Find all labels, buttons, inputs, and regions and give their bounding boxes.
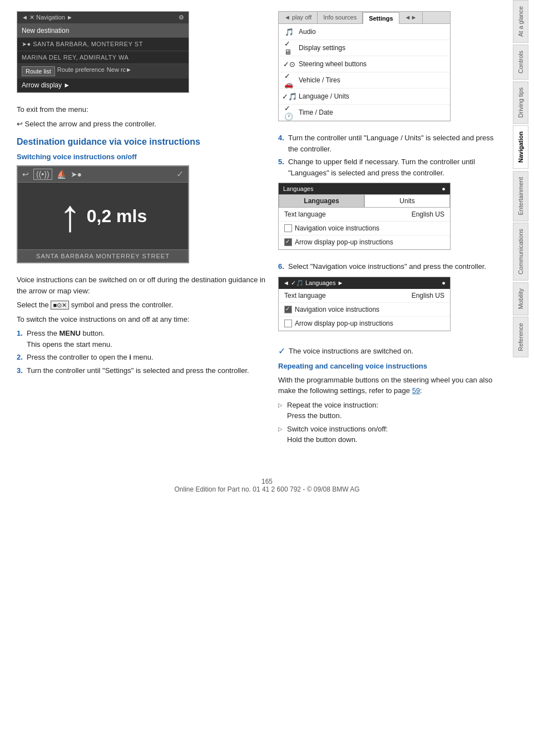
lang2-text-language-row[interactable]: Text language English US: [279, 289, 450, 303]
languages-screen-2: ◄ ✓🎵 Languages ► ● Text language English…: [278, 277, 451, 331]
lang2-header: ◄ ✓🎵 Languages ► ●: [279, 277, 450, 289]
voice-desc1: Voice instructions can be switched on or…: [17, 274, 267, 296]
languages-screen-1-container: Languages ● Languages Units Text languag…: [278, 183, 451, 257]
lang2-header-text: ◄ ✓🎵 Languages ►: [283, 279, 343, 287]
sidebar-tab-entertainment[interactable]: Entertainment: [513, 171, 528, 221]
lang1-nav-voice-checkbox: [284, 224, 292, 232]
page-number: 165: [261, 478, 273, 485]
section2-heading: Repeating and canceling voice instructio…: [278, 362, 495, 370]
sidebar-tab-at-a-glance[interactable]: At a glance: [513, 0, 528, 43]
direction-arrow: ↑: [59, 194, 81, 238]
lang2-arrow-display-row[interactable]: Arrow display pop-up instructions: [279, 317, 450, 331]
nav-screen: ◄ ✕ Navigation ► ⚙ New destination ➤● SA…: [17, 11, 189, 93]
settings-screen-container: ◄ play off Info sources Settings ◄► 🎵 Au…: [278, 11, 451, 128]
settings-vehicle[interactable]: ✓🚗 Vehicle / Tires: [279, 72, 450, 89]
left-column: ◄ ✕ Navigation ► ⚙ New destination ➤● SA…: [17, 11, 267, 450]
settings-time[interactable]: ✓🕐 Time / Date: [279, 105, 450, 121]
footer-text: Online Edition for Part no. 01 41 2 600 …: [174, 485, 359, 493]
checkmark-blue-icon: ✓: [278, 346, 285, 356]
step-6: 6. Select "Navigation voice instructions…: [278, 261, 495, 272]
subsection1-heading: Switching voice instructions on/off: [17, 153, 267, 161]
lang1-arrow-display-row[interactable]: Arrow display pop-up instructions: [279, 235, 450, 249]
nav-santa-barbara[interactable]: ➤● SANTA BARBARA, MONTERREY ST: [17, 38, 189, 51]
settings-language[interactable]: ✓🎵 Language / Units: [279, 89, 450, 105]
settings-audio-label: Audio: [299, 28, 316, 36]
nav-screen-container: ◄ ✕ Navigation ► ⚙ New destination ➤● SA…: [17, 11, 189, 100]
voice-screen-container: ↩ ((•)) ⛵ ➤● ✓ ↑ 0,2 mls SANTA BARBARA M…: [17, 165, 189, 270]
right-column: ◄ play off Info sources Settings ◄► 🎵 Au…: [278, 11, 495, 450]
lang2-text-language-label: Text language: [284, 292, 326, 300]
step-num-5: 5.: [278, 156, 284, 168]
settings-tab-arrows[interactable]: ◄►: [399, 12, 423, 23]
lang1-tabs: Languages Units: [279, 194, 450, 208]
sidebar-tab-navigation[interactable]: Navigation: [513, 125, 528, 169]
nav-new-destination[interactable]: New destination: [17, 24, 189, 38]
page-ref-link[interactable]: 59: [412, 386, 420, 395]
voice-screen: ↩ ((•)) ⛵ ➤● ✓ ↑ 0,2 mls SANTA BARBARA M…: [17, 165, 189, 263]
voice-screen-main: ↑ 0,2 mls: [18, 183, 188, 249]
nav-row-text: MARINA DEL REY, ADMIRALTY WA: [22, 54, 128, 61]
languages-screen-2-container: ◄ ✓🎵 Languages ► ● Text language English…: [278, 277, 451, 338]
step-num-1: 1.: [17, 328, 23, 339]
sidebar-tab-controls[interactable]: Controls: [513, 45, 528, 80]
vehicle-settings-icon: ✓🚗: [284, 75, 294, 85]
audio-icon: ((•)): [33, 169, 52, 180]
settings-tab-info-sources[interactable]: Info sources: [318, 12, 363, 23]
nav-route-preference[interactable]: Route preference: [57, 66, 105, 76]
exit-instructions-arrow: ↩ Select the arrow and press the control…: [17, 119, 267, 130]
main-content: ◄ ✕ Navigation ► ⚙ New destination ➤● SA…: [0, 0, 512, 461]
step-num-2: 2.: [17, 352, 23, 363]
nav-screen-footer: Route list Route preference New rc►: [17, 64, 189, 78]
page-footer: 165 Online Edition for Part no. 01 41 2 …: [0, 472, 534, 499]
settings-tab-settings[interactable]: Settings: [363, 12, 399, 24]
nav-marina-del-rey[interactable]: MARINA DEL REY, ADMIRALTY WA: [17, 51, 189, 64]
voice-desc2: Select the ■⊙✕ symbol and press the cont…: [17, 300, 267, 311]
lang1-nav-voice-label: Navigation voice instructions: [295, 224, 379, 232]
sidebar-tab-reference[interactable]: Reference: [513, 317, 528, 357]
lang2-header-dot: ●: [442, 279, 446, 286]
steps-right-list-2: 6. Select "Navigation voice instructions…: [278, 261, 495, 272]
settings-screen: ◄ play off Info sources Settings ◄► 🎵 Au…: [278, 11, 451, 121]
step-3: 3. Turn the controller until "Settings" …: [17, 365, 267, 376]
voice-on-indicator: ✓ The voice instructions are switched on…: [278, 346, 495, 356]
nav-settings-icon: ⚙: [179, 14, 184, 21]
route-icon: ➤●: [71, 170, 82, 179]
nav-screen-header: ◄ ✕ Navigation ► ⚙: [17, 12, 189, 24]
languages-screen-1: Languages ● Languages Units Text languag…: [278, 183, 451, 250]
distance-display: 0,2 mls: [87, 206, 147, 227]
lang2-arrow-display-checkbox: [284, 320, 292, 327]
step-num-6: 6.: [278, 261, 284, 272]
lang1-text-language-label: Text language: [284, 210, 326, 218]
lang1-text-language-row[interactable]: Text language English US: [279, 208, 450, 222]
settings-audio[interactable]: 🎵 Audio: [279, 24, 450, 40]
step-5: 5. Change to upper field if necessary. T…: [278, 156, 495, 178]
settings-tab-play-off[interactable]: ◄ play off: [279, 12, 318, 23]
section1-heading: Destination guidance via voice instructi…: [17, 137, 267, 147]
settings-display[interactable]: ✓🖥 Display settings: [279, 40, 450, 56]
sidebar-tab-communications[interactable]: Communications: [513, 223, 528, 281]
route-list-btn[interactable]: Route list: [22, 66, 55, 76]
exit-instructions-label: To exit from the menu:: [17, 104, 267, 115]
nav-arrow-display[interactable]: Arrow display ►: [17, 78, 189, 92]
sidebar: At a glance Controls Driving tips Naviga…: [513, 0, 534, 756]
settings-vehicle-label: Vehicle / Tires: [299, 76, 340, 84]
sidebar-tab-driving-tips[interactable]: Driving tips: [513, 81, 528, 124]
lang2-nav-voice-row[interactable]: Navigation voice instructions: [279, 303, 450, 317]
settings-steering[interactable]: ✓⊙ Steering wheel buttons: [279, 56, 450, 72]
sidebar-tab-mobility[interactable]: Mobility: [513, 282, 528, 315]
time-settings-icon: ✓🕐: [284, 107, 294, 117]
lang1-header-text: Languages: [283, 185, 313, 192]
step-num-4: 4.: [278, 132, 284, 144]
step-2: 2. Press the controller to open the i me…: [17, 352, 267, 363]
lang1-tab-languages[interactable]: Languages: [279, 194, 364, 208]
bullet-2: Switch voice instructions on/off:Hold th…: [278, 424, 495, 445]
voice-desc3: To switch the voice instructions on and …: [17, 314, 267, 325]
settings-display-label: Display settings: [299, 44, 345, 52]
lang1-nav-voice-row[interactable]: Navigation voice instructions: [279, 222, 450, 235]
settings-steering-label: Steering wheel buttons: [299, 60, 367, 68]
section2-body: With the programmable buttons on the ste…: [278, 375, 495, 396]
nav-row-text: New destination: [22, 27, 69, 35]
lang1-tab-units[interactable]: Units: [364, 194, 450, 208]
nav-new-rc[interactable]: New rc►: [107, 66, 132, 76]
step-1: 1. Press the MENU button.This opens the …: [17, 328, 267, 350]
